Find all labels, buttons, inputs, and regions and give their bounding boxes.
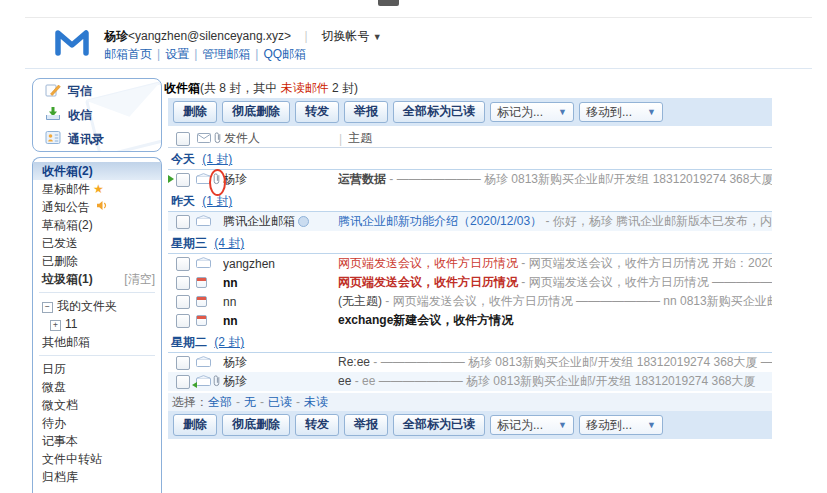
sidebar-item-inbox[interactable]: 收件箱(2): [33, 162, 161, 180]
mark-all-read-button[interactable]: 全部标为已读: [393, 101, 485, 123]
sidebar-item-sent[interactable]: 已发送: [33, 234, 161, 252]
chevron-down-icon: ▼: [647, 416, 656, 434]
group-label: 星期二: [171, 335, 207, 349]
select-none-link[interactable]: 无: [244, 395, 256, 409]
selection-bar: 选择：全部-无-已读-未读: [168, 393, 772, 411]
mail-subject: 运营数据: [338, 172, 386, 186]
chevron-down-icon: ▼: [647, 103, 656, 121]
mail-row[interactable]: 杨珍 运营数据 - ——————— 杨珍 0813新购买企业邮/开发组 1831…: [168, 170, 772, 189]
sidebar-item-junk[interactable]: 垃圾箱(1)[清空]: [33, 270, 161, 288]
mail-row[interactable]: 杨珍 ee - ee ——————— 杨珍 0813新购买企业邮/开发组 183…: [168, 372, 772, 391]
move-to-label: 移动到...: [586, 416, 632, 434]
sidebar-receive-label: 收信: [68, 107, 92, 124]
group-count-link[interactable]: (4 封): [214, 236, 244, 250]
select-all-checkbox[interactable]: [176, 132, 190, 146]
sidebar-item-subfolder-11[interactable]: +11: [33, 315, 161, 333]
sidebar-item-wedrive[interactable]: 微盘: [33, 378, 161, 396]
inbox-title-count: (共 8 封，其中: [200, 81, 281, 95]
sidebar-item-drafts[interactable]: 草稿箱(2): [33, 216, 161, 234]
mail-row[interactable]: nn 网页端发送会议，收件方日历情况 - 网页端发送会议，收件方日历情况 ———…: [168, 273, 772, 292]
official-badge-icon: [298, 216, 309, 227]
report-button[interactable]: 举报: [344, 101, 388, 123]
wedoc-label: 微文档: [42, 398, 78, 412]
report-button[interactable]: 举报: [344, 414, 388, 436]
expand-icon[interactable]: +: [50, 320, 61, 331]
sidebar-item-todo[interactable]: 待办: [33, 414, 161, 432]
reply-arrow-icon: [192, 382, 197, 388]
mail-row[interactable]: yangzhen 网页端发送会议，收件方日历情况 - 网页端发送会议，收件方日历…: [168, 254, 772, 273]
inbox-label: 收件箱(2): [42, 164, 93, 178]
sidebar-item-archive[interactable]: 归档库: [33, 468, 161, 486]
select-all-link[interactable]: 全部: [208, 395, 232, 409]
group-count-link[interactable]: (1 封): [202, 152, 232, 166]
group-label: 昨天: [171, 194, 195, 208]
sidebar-compose-label: 写信: [68, 83, 92, 100]
sidebar-item-calendar[interactable]: 日历: [33, 360, 161, 378]
group-count-link[interactable]: (1 封): [202, 194, 232, 208]
mail-preview: - 网页端发送会议，收件方日历情况 ——————— nn 0813新购买企业: [518, 275, 772, 289]
mail-subject: 腾讯企业邮新功能介绍（2020/12/03）: [338, 214, 542, 228]
purge-button[interactable]: 彻底删除: [222, 101, 290, 123]
mail-row[interactable]: nn exchange新建会议，收件方情况: [168, 311, 772, 330]
group-header-yesterday: 昨天 (1 封): [168, 192, 772, 212]
mark-as-dropdown[interactable]: 标记为...▼: [490, 102, 574, 122]
sidebar-item-notes[interactable]: 记事本: [33, 432, 161, 450]
sidebar-item-deleted[interactable]: 已删除: [33, 252, 161, 270]
sidebar-item-other-mailboxes[interactable]: 其他邮箱: [33, 333, 161, 351]
row-checkbox[interactable]: [176, 257, 190, 271]
move-to-label: 移动到...: [586, 103, 632, 121]
sidebar-item-wedoc[interactable]: 微文档: [33, 396, 161, 414]
sidebar-folders-box: 收件箱(2) 星标邮件★ 通知公告 草稿箱(2) 已发送 已删除 垃圾箱(1)[…: [32, 157, 162, 493]
nav-mail-home[interactable]: 邮箱首页: [104, 47, 152, 61]
user-name: 杨珍: [104, 29, 128, 43]
delete-button[interactable]: 删除: [173, 101, 217, 123]
group-count-link[interactable]: (2 封): [214, 335, 244, 349]
toolbar-bottom: 删除 彻底删除 转发 举报 全部标为已读 标记为...▼ 移动到...▼: [168, 411, 772, 439]
purge-button[interactable]: 彻底删除: [222, 414, 290, 436]
group-header-wednesday: 星期三 (4 封): [168, 234, 772, 254]
row-checkbox[interactable]: [176, 314, 190, 328]
select-unread-link[interactable]: 未读: [304, 395, 328, 409]
mail-sender: 杨珍: [223, 171, 338, 188]
move-to-dropdown[interactable]: 移动到...▼: [579, 102, 663, 122]
row-checkbox[interactable]: [176, 173, 190, 187]
exmail-logo-icon: [52, 25, 92, 64]
inbox-title-unread: 未读邮件: [281, 81, 329, 95]
mark-all-read-button[interactable]: 全部标为已读: [393, 414, 485, 436]
delete-button[interactable]: 删除: [173, 414, 217, 436]
meeting-calendar-icon: [196, 296, 207, 307]
mail-row[interactable]: 腾讯企业邮箱 腾讯企业邮新功能介绍（2020/12/03） - 你好，杨珍 腾讯…: [168, 212, 772, 231]
sidebar-contacts-button[interactable]: 通讯录: [33, 127, 161, 151]
row-checkbox[interactable]: [176, 295, 190, 309]
row-checkbox[interactable]: [176, 276, 190, 290]
row-checkbox[interactable]: [176, 375, 190, 389]
mark-as-dropdown[interactable]: 标记为...▼: [490, 415, 574, 435]
sidebar-item-file-transfer[interactable]: 文件中转站: [33, 450, 161, 468]
row-checkbox[interactable]: [176, 215, 190, 229]
sidebar-item-starred[interactable]: 星标邮件★: [33, 180, 161, 198]
collapse-icon[interactable]: −: [42, 302, 53, 313]
sidebar-receive-button[interactable]: 收信: [33, 103, 161, 127]
move-to-dropdown[interactable]: 移动到...▼: [579, 415, 663, 435]
sidebar-item-announcements[interactable]: 通知公告: [33, 198, 161, 216]
empty-junk-link[interactable]: [清空]: [124, 270, 155, 288]
mail-row[interactable]: 杨珍 Re:ee - ——————— 杨珍 0813新购买企业邮/开发组 183…: [168, 353, 772, 372]
mail-preview: - ee ——————— 杨珍 0813新购买企业邮/开发组 183120192…: [351, 374, 755, 388]
column-divider: |: [339, 132, 342, 146]
row-checkbox[interactable]: [176, 356, 190, 370]
sidebar-actions-box: 写信 收信 通讯录: [32, 78, 162, 152]
mail-row[interactable]: nn (无主题) - 网页端发送会议，收件方日历情况 ——————— nn 08…: [168, 292, 772, 311]
group-header-today: 今天 (1 封): [168, 150, 772, 170]
mail-preview: - 网页端发送会议，收件方日历情况 开始：2020年12月2日15:30 结束: [518, 256, 772, 270]
paperclip-icon: [214, 131, 221, 147]
sidebar-item-my-folders[interactable]: −我的文件夹: [33, 297, 161, 315]
sidebar-compose-button[interactable]: 写信: [33, 79, 161, 103]
deleted-label: 已删除: [42, 254, 78, 268]
my-folders-label: 我的文件夹: [57, 299, 117, 313]
mail-sender: nn: [223, 295, 338, 309]
sender-text: 腾讯企业邮箱: [223, 213, 295, 230]
forward-button[interactable]: 转发: [295, 414, 339, 436]
subfolder-label: 11: [65, 317, 77, 331]
select-read-link[interactable]: 已读: [268, 395, 292, 409]
forward-button[interactable]: 转发: [295, 101, 339, 123]
